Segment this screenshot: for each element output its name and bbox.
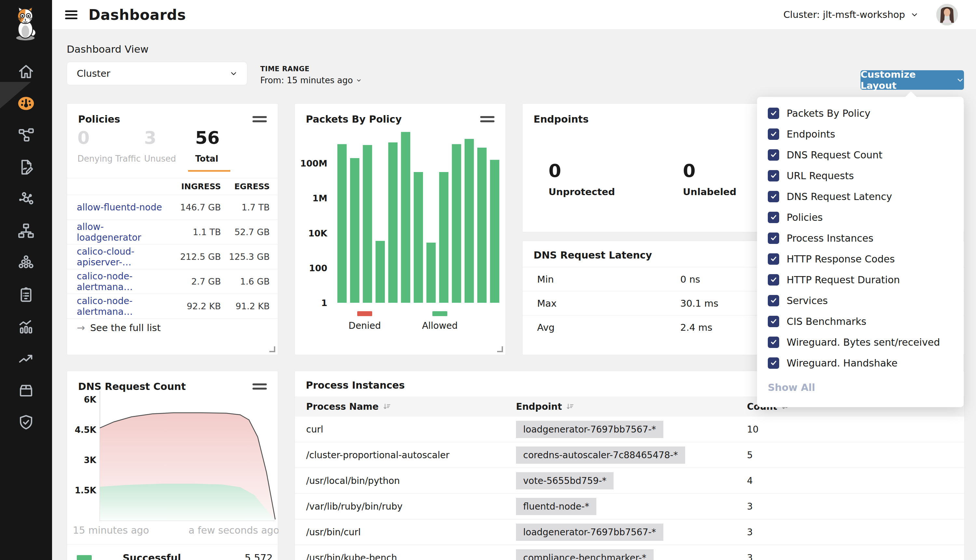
checkbox-checked-icon[interactable]	[768, 337, 779, 348]
column-header-process-name[interactable]: Process Name	[295, 401, 516, 412]
see-full-list-link[interactable]: → See the full list	[77, 322, 161, 333]
policy-name-link[interactable]: allow-loadgenerator	[77, 222, 164, 243]
count-cell: 3	[747, 553, 812, 560]
sidebar-item-images[interactable]	[0, 378, 52, 403]
policies-stat-total[interactable]: 56 Total	[195, 129, 220, 163]
menu-checkbox-item[interactable]: Process Instances	[757, 228, 964, 248]
sidebar-item-trends[interactable]	[0, 346, 52, 371]
menu-checkbox-item[interactable]: DNS Request Count	[757, 144, 964, 165]
drag-handle-icon[interactable]	[480, 114, 494, 125]
menu-checkbox-item[interactable]: Wireguard. Bytes sent/received	[757, 332, 964, 353]
dns-legend-row-successful[interactable]: Successful 5,572	[67, 548, 278, 560]
policy-ingress-value: 1.1 TB	[164, 227, 221, 237]
menu-checkbox-item[interactable]: Endpoints	[757, 123, 964, 144]
dashboard-view-select[interactable]: Cluster	[67, 62, 247, 85]
menu-checkbox-item[interactable]: DNS Request Latency	[757, 186, 964, 207]
checkbox-checked-icon[interactable]	[768, 170, 779, 182]
drag-handle-icon[interactable]	[252, 381, 267, 392]
sidebar-item-threat-defense[interactable]	[0, 410, 52, 435]
count-cell: 10	[747, 424, 812, 435]
menu-checkbox-item[interactable]: Packets By Policy	[757, 103, 964, 123]
drag-handle-icon[interactable]	[252, 114, 267, 125]
svg-text:3K: 3K	[84, 455, 97, 465]
svg-text:1: 1	[321, 298, 327, 308]
endpoints-stat-unlabeled[interactable]: 0 Unlabeled	[683, 162, 737, 197]
dashboard-view-select-value: Cluster	[77, 68, 110, 79]
menu-checkbox-item[interactable]: URL Requests	[757, 165, 964, 186]
menu-checkbox-item[interactable]: Services	[757, 290, 964, 311]
sidebar-item-clusters[interactable]	[0, 250, 52, 275]
menu-checkbox-item[interactable]: HTTP Response Codes	[757, 248, 964, 269]
policy-name-link[interactable]: calico-node-alertmana…	[77, 271, 164, 292]
sidebar-item-network-flows[interactable]	[0, 123, 52, 148]
menu-caret	[905, 92, 917, 103]
endpoint-cell: loadgenerator-7697bb7567-*	[516, 523, 747, 541]
checkbox-checked-icon[interactable]	[768, 357, 779, 369]
checkbox-checked-icon[interactable]	[768, 274, 779, 285]
endpoints-stat-unprotected[interactable]: 0 Unprotected	[549, 162, 615, 197]
menu-checkbox-item[interactable]: Policies	[757, 207, 964, 228]
policy-egress-value: 91.2 KB	[221, 301, 270, 311]
resize-handle[interactable]	[269, 346, 275, 352]
show-all-link[interactable]: Show All	[768, 382, 815, 393]
cluster-selector-label: Cluster: jlt-msft-workshop	[783, 9, 905, 20]
policy-egress-value: 1.7 TB	[221, 202, 270, 212]
time-range-value[interactable]: From: 15 minutes ago	[260, 75, 362, 85]
policies-stat-unused[interactable]: 3 Unused	[144, 129, 176, 163]
menu-checkbox-item[interactable]: HTTP Request Duration	[757, 269, 964, 290]
menu-item-label: Policies	[787, 212, 823, 223]
report-edit-icon	[17, 158, 35, 177]
policy-name-link[interactable]: calico-cloud-apiserver-…	[77, 246, 164, 268]
endpoint-chip[interactable]: fluentd-node-*	[516, 498, 596, 515]
process-card-title: Process Instances	[306, 380, 405, 391]
sidebar-item-service-graph[interactable]	[0, 187, 52, 212]
menu-checkbox-item[interactable]: CIS Benchmarks	[757, 311, 964, 332]
process-table-row: /usr/bin/curlloadgenerator-7697bb7567-*3	[295, 519, 964, 545]
checkbox-checked-icon[interactable]	[768, 253, 779, 265]
checkbox-checked-icon[interactable]	[768, 108, 779, 119]
sidebar-item-policies[interactable]	[0, 155, 52, 180]
sidebar-item-dashboards[interactable]	[0, 91, 52, 116]
dns-count-card-title: DNS Request Count	[78, 381, 186, 392]
checkbox-checked-icon[interactable]	[768, 191, 779, 202]
checkbox-checked-icon[interactable]	[768, 149, 779, 161]
policy-egress-value: 125.3 GB	[221, 252, 270, 262]
menu-item-label: URL Requests	[787, 170, 854, 182]
resize-handle[interactable]	[497, 346, 503, 352]
process-table-row: /usr/bin/kube-benchcompliance-benchmarke…	[295, 545, 964, 560]
sidebar-item-reports[interactable]	[0, 314, 52, 339]
endpoint-chip[interactable]: vote-5655bd759-*	[516, 472, 614, 490]
checkbox-checked-icon[interactable]	[768, 233, 779, 244]
sidebar-item-home[interactable]	[0, 59, 52, 84]
policies-stat-denying[interactable]: 0 Denying Traffic	[77, 129, 140, 163]
endpoint-chip[interactable]: loadgenerator-7697bb7567-*	[516, 421, 663, 438]
chevron-down-icon	[956, 76, 964, 84]
cluster-selector[interactable]: Cluster: jlt-msft-workshop	[783, 9, 918, 20]
column-header-endpoint[interactable]: Endpoint	[516, 401, 747, 412]
sidebar-item-sitemap[interactable]	[0, 218, 52, 243]
endpoint-chip[interactable]: loadgenerator-7697bb7567-*	[516, 523, 663, 541]
policy-ingress-value: 2.7 GB	[164, 277, 221, 287]
calico-cat-logo[interactable]	[9, 5, 42, 42]
column-header-egress: EGRESS	[221, 182, 270, 191]
customize-layout-button[interactable]: Customize Layout	[861, 70, 964, 90]
svg-text:1.5K: 1.5K	[75, 485, 97, 495]
policy-table-row: allow-fluentd-node146.7 GB1.7 TB	[67, 195, 278, 220]
user-avatar[interactable]	[936, 4, 958, 25]
sidebar-item-compliance[interactable]	[0, 282, 52, 307]
endpoint-chip[interactable]: compliance-benchmarker-*	[516, 549, 654, 560]
checkbox-checked-icon[interactable]	[768, 316, 779, 327]
checkbox-checked-icon[interactable]	[768, 212, 779, 223]
policy-ingress-value: 212.5 GB	[164, 252, 221, 262]
endpoint-cell: vote-5655bd759-*	[516, 472, 747, 490]
policy-name-link[interactable]: allow-fluentd-node	[77, 202, 164, 213]
policy-name-link[interactable]: calico-node-alertmana…	[77, 296, 164, 317]
endpoint-chip[interactable]: coredns-autoscaler-7c88465478-*	[516, 447, 685, 464]
menu-checkbox-item[interactable]: Wireguard. Handshake	[757, 353, 964, 373]
policy-table-row: calico-node-alertmana…2.7 GB1.6 GB	[67, 269, 278, 294]
checkbox-checked-icon[interactable]	[768, 128, 779, 140]
menu-hamburger-icon[interactable]	[65, 8, 77, 21]
svg-text:100M: 100M	[300, 158, 327, 168]
svg-text:10K: 10K	[309, 228, 328, 238]
checkbox-checked-icon[interactable]	[768, 295, 779, 306]
